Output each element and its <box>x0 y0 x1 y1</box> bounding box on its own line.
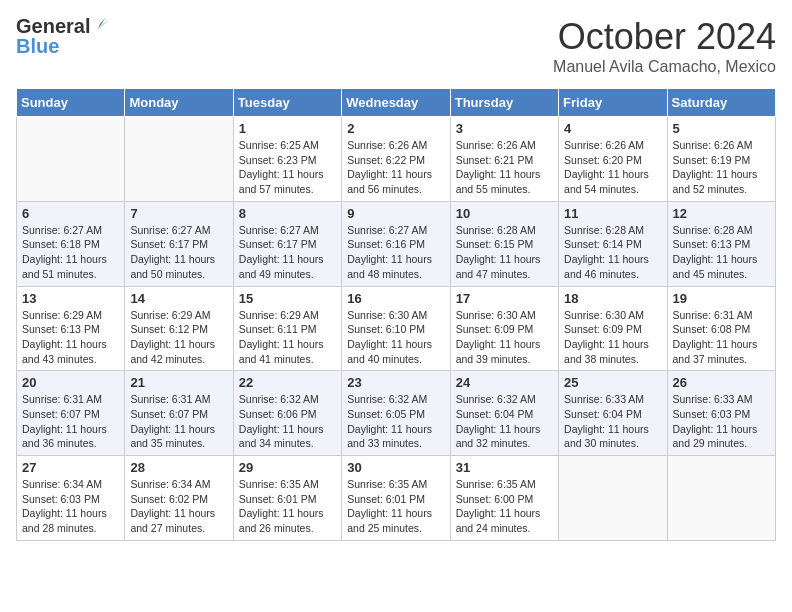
day-number: 11 <box>564 206 661 221</box>
day-info: Sunrise: 6:31 AMSunset: 6:07 PMDaylight:… <box>130 392 227 451</box>
calendar-day-cell: 3Sunrise: 6:26 AMSunset: 6:21 PMDaylight… <box>450 117 558 202</box>
calendar-day-cell <box>17 117 125 202</box>
day-number: 12 <box>673 206 770 221</box>
day-info: Sunrise: 6:30 AMSunset: 6:09 PMDaylight:… <box>564 308 661 367</box>
calendar-day-cell: 13Sunrise: 6:29 AMSunset: 6:13 PMDayligh… <box>17 286 125 371</box>
day-of-week-header: Friday <box>559 89 667 117</box>
day-number: 16 <box>347 291 444 306</box>
day-info: Sunrise: 6:27 AMSunset: 6:17 PMDaylight:… <box>239 223 336 282</box>
calendar-header-row: SundayMondayTuesdayWednesdayThursdayFrid… <box>17 89 776 117</box>
day-number: 18 <box>564 291 661 306</box>
day-info: Sunrise: 6:31 AMSunset: 6:08 PMDaylight:… <box>673 308 770 367</box>
day-number: 7 <box>130 206 227 221</box>
calendar-day-cell: 8Sunrise: 6:27 AMSunset: 6:17 PMDaylight… <box>233 201 341 286</box>
calendar-table: SundayMondayTuesdayWednesdayThursdayFrid… <box>16 88 776 541</box>
calendar-title: October 2024 <box>553 16 776 58</box>
calendar-week-row: 13Sunrise: 6:29 AMSunset: 6:13 PMDayligh… <box>17 286 776 371</box>
day-number: 3 <box>456 121 553 136</box>
day-number: 10 <box>456 206 553 221</box>
calendar-week-row: 27Sunrise: 6:34 AMSunset: 6:03 PMDayligh… <box>17 456 776 541</box>
day-info: Sunrise: 6:26 AMSunset: 6:19 PMDaylight:… <box>673 138 770 197</box>
calendar-day-cell <box>667 456 775 541</box>
day-number: 6 <box>22 206 119 221</box>
calendar-day-cell <box>125 117 233 202</box>
day-number: 25 <box>564 375 661 390</box>
calendar-day-cell: 21Sunrise: 6:31 AMSunset: 6:07 PMDayligh… <box>125 371 233 456</box>
logo: General Blue <box>16 16 110 56</box>
day-info: Sunrise: 6:28 AMSunset: 6:15 PMDaylight:… <box>456 223 553 282</box>
day-info: Sunrise: 6:34 AMSunset: 6:02 PMDaylight:… <box>130 477 227 536</box>
calendar-day-cell: 23Sunrise: 6:32 AMSunset: 6:05 PMDayligh… <box>342 371 450 456</box>
day-number: 21 <box>130 375 227 390</box>
day-number: 5 <box>673 121 770 136</box>
day-number: 1 <box>239 121 336 136</box>
day-info: Sunrise: 6:26 AMSunset: 6:22 PMDaylight:… <box>347 138 444 197</box>
svg-marker-0 <box>98 19 110 29</box>
day-info: Sunrise: 6:27 AMSunset: 6:18 PMDaylight:… <box>22 223 119 282</box>
day-info: Sunrise: 6:35 AMSunset: 6:01 PMDaylight:… <box>239 477 336 536</box>
calendar-day-cell: 20Sunrise: 6:31 AMSunset: 6:07 PMDayligh… <box>17 371 125 456</box>
calendar-day-cell: 2Sunrise: 6:26 AMSunset: 6:22 PMDaylight… <box>342 117 450 202</box>
day-number: 31 <box>456 460 553 475</box>
calendar-day-cell: 18Sunrise: 6:30 AMSunset: 6:09 PMDayligh… <box>559 286 667 371</box>
day-info: Sunrise: 6:27 AMSunset: 6:16 PMDaylight:… <box>347 223 444 282</box>
day-number: 28 <box>130 460 227 475</box>
calendar-day-cell <box>559 456 667 541</box>
calendar-day-cell: 31Sunrise: 6:35 AMSunset: 6:00 PMDayligh… <box>450 456 558 541</box>
day-of-week-header: Sunday <box>17 89 125 117</box>
day-info: Sunrise: 6:33 AMSunset: 6:03 PMDaylight:… <box>673 392 770 451</box>
day-of-week-header: Wednesday <box>342 89 450 117</box>
calendar-day-cell: 22Sunrise: 6:32 AMSunset: 6:06 PMDayligh… <box>233 371 341 456</box>
day-info: Sunrise: 6:26 AMSunset: 6:21 PMDaylight:… <box>456 138 553 197</box>
day-info: Sunrise: 6:30 AMSunset: 6:09 PMDaylight:… <box>456 308 553 367</box>
day-info: Sunrise: 6:32 AMSunset: 6:04 PMDaylight:… <box>456 392 553 451</box>
day-number: 14 <box>130 291 227 306</box>
calendar-week-row: 20Sunrise: 6:31 AMSunset: 6:07 PMDayligh… <box>17 371 776 456</box>
calendar-day-cell: 1Sunrise: 6:25 AMSunset: 6:23 PMDaylight… <box>233 117 341 202</box>
day-info: Sunrise: 6:32 AMSunset: 6:05 PMDaylight:… <box>347 392 444 451</box>
day-number: 2 <box>347 121 444 136</box>
calendar-day-cell: 26Sunrise: 6:33 AMSunset: 6:03 PMDayligh… <box>667 371 775 456</box>
day-info: Sunrise: 6:25 AMSunset: 6:23 PMDaylight:… <box>239 138 336 197</box>
logo-bird-icon <box>92 15 110 33</box>
day-of-week-header: Tuesday <box>233 89 341 117</box>
day-info: Sunrise: 6:32 AMSunset: 6:06 PMDaylight:… <box>239 392 336 451</box>
calendar-day-cell: 14Sunrise: 6:29 AMSunset: 6:12 PMDayligh… <box>125 286 233 371</box>
day-number: 27 <box>22 460 119 475</box>
day-info: Sunrise: 6:28 AMSunset: 6:13 PMDaylight:… <box>673 223 770 282</box>
day-info: Sunrise: 6:29 AMSunset: 6:11 PMDaylight:… <box>239 308 336 367</box>
calendar-day-cell: 15Sunrise: 6:29 AMSunset: 6:11 PMDayligh… <box>233 286 341 371</box>
calendar-day-cell: 28Sunrise: 6:34 AMSunset: 6:02 PMDayligh… <box>125 456 233 541</box>
day-info: Sunrise: 6:35 AMSunset: 6:01 PMDaylight:… <box>347 477 444 536</box>
calendar-week-row: 1Sunrise: 6:25 AMSunset: 6:23 PMDaylight… <box>17 117 776 202</box>
day-number: 13 <box>22 291 119 306</box>
calendar-day-cell: 4Sunrise: 6:26 AMSunset: 6:20 PMDaylight… <box>559 117 667 202</box>
calendar-day-cell: 5Sunrise: 6:26 AMSunset: 6:19 PMDaylight… <box>667 117 775 202</box>
day-info: Sunrise: 6:35 AMSunset: 6:00 PMDaylight:… <box>456 477 553 536</box>
day-number: 4 <box>564 121 661 136</box>
day-number: 17 <box>456 291 553 306</box>
day-info: Sunrise: 6:30 AMSunset: 6:10 PMDaylight:… <box>347 308 444 367</box>
day-number: 26 <box>673 375 770 390</box>
day-number: 23 <box>347 375 444 390</box>
day-number: 19 <box>673 291 770 306</box>
calendar-day-cell: 10Sunrise: 6:28 AMSunset: 6:15 PMDayligh… <box>450 201 558 286</box>
calendar-day-cell: 29Sunrise: 6:35 AMSunset: 6:01 PMDayligh… <box>233 456 341 541</box>
title-section: October 2024 Manuel Avila Camacho, Mexic… <box>553 16 776 76</box>
day-number: 20 <box>22 375 119 390</box>
day-info: Sunrise: 6:29 AMSunset: 6:12 PMDaylight:… <box>130 308 227 367</box>
day-of-week-header: Thursday <box>450 89 558 117</box>
calendar-day-cell: 19Sunrise: 6:31 AMSunset: 6:08 PMDayligh… <box>667 286 775 371</box>
day-info: Sunrise: 6:27 AMSunset: 6:17 PMDaylight:… <box>130 223 227 282</box>
day-number: 29 <box>239 460 336 475</box>
day-info: Sunrise: 6:28 AMSunset: 6:14 PMDaylight:… <box>564 223 661 282</box>
day-info: Sunrise: 6:26 AMSunset: 6:20 PMDaylight:… <box>564 138 661 197</box>
day-number: 22 <box>239 375 336 390</box>
day-of-week-header: Monday <box>125 89 233 117</box>
calendar-day-cell: 12Sunrise: 6:28 AMSunset: 6:13 PMDayligh… <box>667 201 775 286</box>
day-of-week-header: Saturday <box>667 89 775 117</box>
day-info: Sunrise: 6:29 AMSunset: 6:13 PMDaylight:… <box>22 308 119 367</box>
day-number: 30 <box>347 460 444 475</box>
day-number: 15 <box>239 291 336 306</box>
day-number: 9 <box>347 206 444 221</box>
